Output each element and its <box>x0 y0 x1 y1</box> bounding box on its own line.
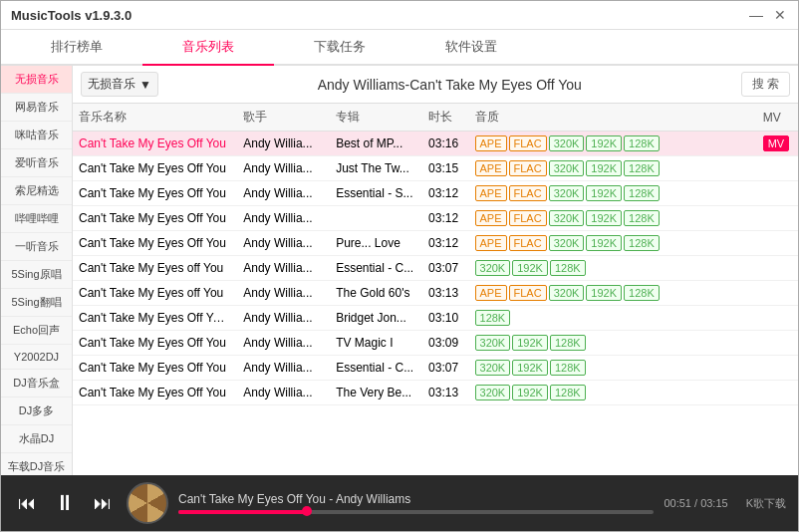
table-row[interactable]: Can't Take My Eyes Off You(U...Andy Will… <box>73 306 798 331</box>
table-row[interactable]: Can't Take My Eyes Off YouAndy Willia...… <box>73 381 798 405</box>
col-header-album: 专辑 <box>330 104 422 132</box>
cell-mv: MV <box>757 132 798 156</box>
col-header-quality: 音质 <box>469 104 757 132</box>
cell-quality: 320K192K128K <box>469 256 757 281</box>
cell-album: Bridget Jon... <box>330 306 422 331</box>
cell-name: Can't Take My Eyes Off You <box>73 331 237 356</box>
cell-album: Essential - S... <box>330 181 422 206</box>
table-row[interactable]: Can't Take My Eyes off YouAndy Willia...… <box>73 256 798 281</box>
cell-artist: Andy Willia... <box>237 206 330 231</box>
close-button[interactable]: ✕ <box>772 7 788 23</box>
sidebar-item-5[interactable]: 哔哩哔哩 <box>1 205 72 233</box>
cell-quality: APEFLAC320K192K128K <box>469 132 757 156</box>
table-row[interactable]: Can't Take My Eyes Off YouAndy Willia...… <box>73 356 798 381</box>
cell-duration: 03:07 <box>422 356 468 381</box>
sidebar-item-8[interactable]: 5Sing翻唱 <box>1 289 72 317</box>
cell-album: Essential - C... <box>330 256 422 281</box>
cell-album: Pure... Love <box>330 231 422 256</box>
player-bar: ⏮ ⏸ ⏭ Can't Take My Eyes Off You - Andy … <box>1 475 798 531</box>
cell-name: Can't Take My Eyes Off You(U... <box>73 306 237 331</box>
cell-quality: APEFLAC320K192K128K <box>469 206 757 231</box>
search-query-title: Andy Williams-Can't Take My Eyes Off You <box>166 77 733 93</box>
cell-mv <box>757 256 798 281</box>
cell-duration: 03:10 <box>422 306 468 331</box>
progress-container <box>178 510 654 514</box>
sidebar-item-7[interactable]: 5Sing原唱 <box>1 261 72 289</box>
table-row[interactable]: Can't Take My Eyes Off YouAndy Willia...… <box>73 331 798 356</box>
minimize-button[interactable]: — <box>748 7 764 23</box>
cell-mv <box>757 306 798 331</box>
sidebar-item-12[interactable]: DJ多多 <box>1 398 72 425</box>
cell-name: Can't Take My Eyes off You <box>73 281 237 306</box>
cell-quality: 320K192K128K <box>469 356 757 381</box>
cell-duration: 03:12 <box>422 231 468 256</box>
current-time: 00:51 <box>664 497 691 509</box>
sidebar-item-13[interactable]: 水晶DJ <box>1 425 72 453</box>
sidebar-item-2[interactable]: 咪咕音乐 <box>1 122 72 149</box>
cell-name: Can't Take My Eyes Off You <box>73 231 237 256</box>
cell-artist: Andy Willia... <box>237 181 330 206</box>
music-table: 音乐名称 歌手 专辑 时长 音质 MV Can't Take My Eyes O… <box>73 104 798 405</box>
cell-name: Can't Take My Eyes Off You <box>73 381 237 405</box>
cell-quality: 320K192K128K <box>469 331 757 356</box>
cell-quality: APEFLAC320K192K128K <box>469 281 757 306</box>
cell-duration: 03:09 <box>422 331 468 356</box>
cell-mv <box>757 381 798 405</box>
cell-name: Can't Take My Eyes Off You <box>73 132 237 156</box>
sidebar-item-11[interactable]: DJ音乐盒 <box>1 370 72 398</box>
cell-mv <box>757 331 798 356</box>
cell-name: Can't Take My Eyes Off You <box>73 356 237 381</box>
sidebar-item-3[interactable]: 爱听音乐 <box>1 149 72 177</box>
cell-duration: 03:13 <box>422 281 468 306</box>
cell-artist: Andy Willia... <box>237 132 330 156</box>
search-button[interactable]: 搜 索 <box>741 72 790 97</box>
cell-album <box>330 206 422 231</box>
table-row[interactable]: Can't Take My Eyes Off YouAndy Willia...… <box>73 132 798 156</box>
cell-duration: 03:12 <box>422 181 468 206</box>
nav-bar: 排行榜单 音乐列表 下载任务 软件设置 <box>1 30 798 66</box>
progress-fill <box>178 510 307 514</box>
tab-chart[interactable]: 排行榜单 <box>11 30 142 64</box>
cell-artist: Andy Willia... <box>237 281 330 306</box>
cell-duration: 03:07 <box>422 256 468 281</box>
table-row[interactable]: Can't Take My Eyes Off YouAndy Willia...… <box>73 206 798 231</box>
cell-mv <box>757 156 798 181</box>
sidebar-item-9[interactable]: Echo回声 <box>1 317 72 345</box>
source-dropdown[interactable]: 无损音乐 ▼ <box>81 72 158 97</box>
cell-mv <box>757 231 798 256</box>
sidebar-item-14[interactable]: 车载DJ音乐 <box>1 453 72 475</box>
progress-bar[interactable] <box>178 510 654 514</box>
cell-album: Just The Tw... <box>330 156 422 181</box>
cell-mv <box>757 181 798 206</box>
sidebar-item-4[interactable]: 索尼精选 <box>1 177 72 205</box>
table-row[interactable]: Can't Take My Eyes Off YouAndy Willia...… <box>73 156 798 181</box>
sidebar-item-1[interactable]: 网易音乐 <box>1 94 72 122</box>
tab-download[interactable]: 下载任务 <box>274 30 405 64</box>
sidebar-item-10[interactable]: Y2002DJ <box>1 345 72 370</box>
cell-album: Best of MP... <box>330 132 422 156</box>
table-row[interactable]: Can't Take My Eyes Off YouAndy Willia...… <box>73 231 798 256</box>
window-controls: — ✕ <box>748 7 788 23</box>
table-row[interactable]: Can't Take My Eyes Off YouAndy Willia...… <box>73 181 798 206</box>
pause-button[interactable]: ⏸ <box>49 487 81 519</box>
tab-settings[interactable]: 软件设置 <box>405 30 537 64</box>
cell-album: TV Magic I <box>330 331 422 356</box>
player-info: Can't Take My Eyes Off You - Andy Willia… <box>178 492 654 514</box>
cell-album: The Gold 60's <box>330 281 422 306</box>
music-table-container: 音乐名称 歌手 专辑 时长 音质 MV Can't Take My Eyes O… <box>73 104 798 475</box>
table-header-row: 音乐名称 歌手 专辑 时长 音质 MV <box>73 104 798 132</box>
cell-quality: 320K192K128K <box>469 381 757 405</box>
cell-artist: Andy Willia... <box>237 381 330 405</box>
col-header-dur: 时长 <box>422 104 468 132</box>
sidebar-item-6[interactable]: 一听音乐 <box>1 233 72 261</box>
sidebar-item-0[interactable]: 无损音乐 <box>1 66 72 94</box>
cell-name: Can't Take My Eyes Off You <box>73 206 237 231</box>
cell-name: Can't Take My Eyes Off You <box>73 156 237 181</box>
next-button[interactable]: ⏭ <box>89 489 117 517</box>
col-header-mv: MV <box>757 104 798 132</box>
player-song-title: Can't Take My Eyes Off You - Andy Willia… <box>178 492 654 506</box>
table-row[interactable]: Can't Take My Eyes off YouAndy Willia...… <box>73 281 798 306</box>
prev-button[interactable]: ⏮ <box>13 489 41 517</box>
tab-music-list[interactable]: 音乐列表 <box>142 30 274 66</box>
player-extra: K歌下载 <box>746 496 786 511</box>
